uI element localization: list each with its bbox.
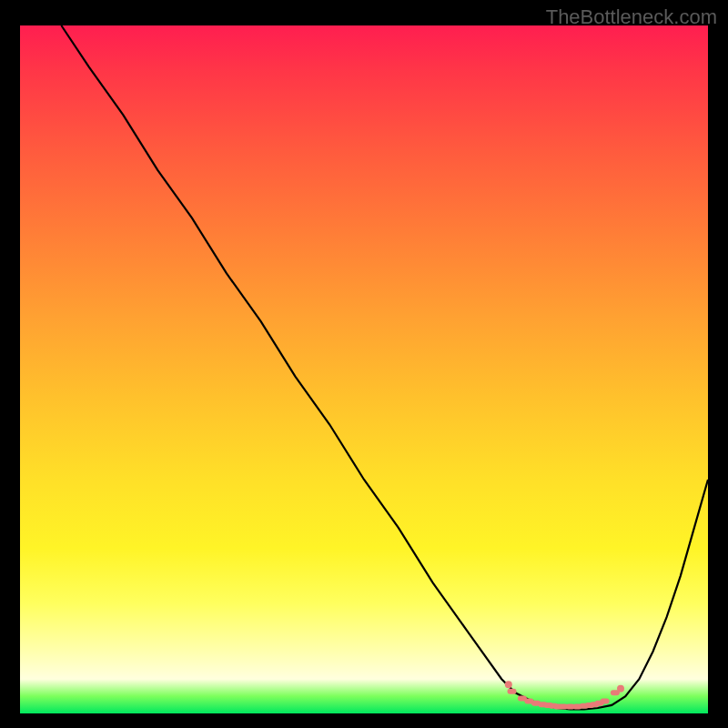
marker-dot	[617, 685, 624, 693]
attribution-text: TheBottleneck.com	[546, 5, 717, 29]
plot-area	[20, 25, 708, 713]
marker-dot	[505, 681, 512, 688]
bottleneck-curve	[61, 25, 708, 710]
optimal-zone-markers	[505, 681, 624, 709]
marker-dot	[601, 698, 610, 703]
chart-svg	[20, 25, 708, 713]
marker-dot	[508, 689, 517, 694]
